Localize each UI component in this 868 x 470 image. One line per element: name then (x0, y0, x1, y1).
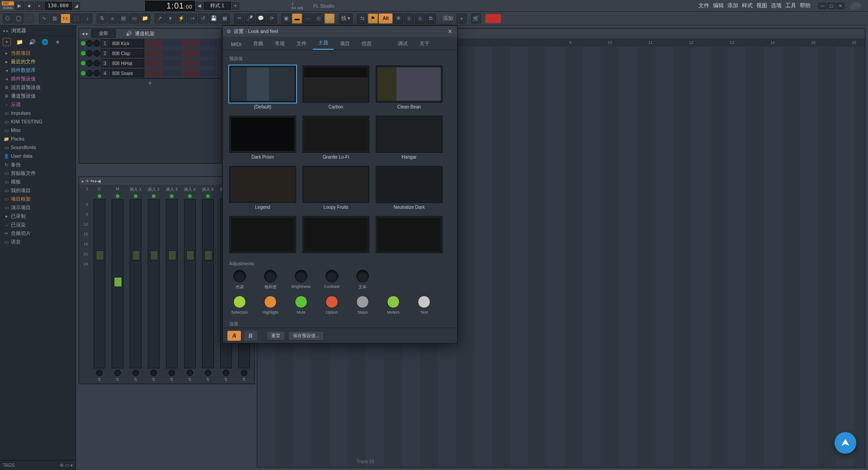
reset-button[interactable]: 重置 (266, 331, 285, 341)
tool-browser-icon[interactable]: 📁 (140, 14, 150, 24)
step-sequencer[interactable] (145, 40, 217, 47)
mixer-led-icon[interactable] (134, 194, 137, 198)
channel-number[interactable]: 1 (101, 39, 109, 47)
color-swatch[interactable]: Text (414, 296, 434, 315)
tool-chan-icon[interactable]: ≡ (108, 14, 118, 24)
channel-led-icon[interactable] (81, 71, 85, 75)
settings-tab[interactable]: 调试 (392, 38, 413, 50)
adjust-knob[interactable]: 文本 (352, 270, 373, 290)
browser-add-button[interactable]: + (3, 38, 11, 46)
alt-button[interactable]: Alt (379, 14, 392, 24)
browser-star-icon[interactable]: ★ (53, 38, 61, 46)
mixer-pan-knob[interactable] (223, 370, 229, 376)
browser-list[interactable]: ▸当前项目▸最近的文件◂插件数据库◂插件预设值⚙混音器预设值⚙通道预设值♪乐谱▭… (0, 48, 75, 460)
record-button[interactable]: ● (35, 2, 44, 10)
browser-item[interactable]: ●已录制 (0, 212, 75, 221)
mixer-led-icon[interactable] (206, 194, 210, 198)
browser-item[interactable]: ♪乐谱 (0, 100, 75, 109)
tool-nudge-icon[interactable]: ⇆ (357, 14, 367, 24)
theme-preset[interactable] (229, 216, 296, 255)
color-swatch[interactable]: Steps (352, 296, 373, 315)
browser-item[interactable]: ✂音频切片 (0, 229, 75, 238)
theme-preset[interactable]: Hangar (376, 116, 443, 160)
tool-window-icon[interactable]: ▣ (281, 14, 291, 24)
mixer-pan-knob[interactable] (151, 370, 157, 376)
settings-tab[interactable]: 项目 (335, 38, 355, 50)
tool-loop-icon[interactable]: ◯ (14, 14, 24, 24)
chanrack-nav-icon[interactable]: ◂ ▸ (82, 31, 89, 37)
step-sequencer[interactable] (145, 60, 217, 66)
step-sequencer[interactable] (145, 50, 217, 56)
channel-number[interactable]: 2 (101, 49, 109, 57)
channel-row[interactable]: 4 808 Snare (79, 68, 221, 78)
tool-bars-icon[interactable]: ▥ (50, 14, 60, 24)
tool-highlight-icon[interactable]: ▬ (292, 14, 302, 24)
browser-item[interactable]: ▭Impulses (0, 109, 75, 118)
stop-button[interactable]: ■ (25, 2, 34, 10)
browser-item[interactable]: ◂插件预设值 (0, 75, 75, 83)
mixer-fader[interactable] (166, 199, 178, 368)
settings-tab[interactable]: 音频 (248, 38, 269, 50)
browser-item[interactable]: 📁Packs (0, 135, 75, 143)
browser-item[interactable]: ▭语音 (0, 238, 75, 246)
browser-item[interactable]: ⚙混音器预设值 (0, 83, 75, 92)
time-prev-icon[interactable]: ◀ (196, 2, 203, 9)
channel-name[interactable]: 808 HiHat (110, 59, 144, 67)
browser-item[interactable]: ▭剪贴板文件 (0, 169, 75, 178)
browser-item[interactable]: ▭模板 (0, 178, 75, 186)
channel-name[interactable]: 808 Clap (110, 49, 144, 57)
settings-tab[interactable]: 常规 (269, 38, 290, 50)
tool-save-icon[interactable]: 💾 (209, 14, 219, 24)
browser-item[interactable]: →已渲染 (0, 221, 75, 229)
tool-step-icon[interactable]: ⬚ (71, 14, 81, 24)
color-swatch[interactable]: Option (321, 296, 342, 315)
mixer-pan-knob[interactable] (187, 370, 193, 376)
browser-collapse-icon[interactable]: ◂ ▸ (3, 28, 9, 33)
browser-item[interactable]: ▭Soundfonts (0, 143, 75, 152)
mixer-led-icon[interactable] (98, 194, 101, 198)
channel-led-icon[interactable] (81, 61, 85, 66)
mixer-fader[interactable] (94, 199, 105, 368)
tool-undo-icon[interactable]: ↺ (198, 14, 208, 24)
browser-item[interactable]: ◂插件数据库 (0, 66, 75, 75)
channel-vol-knob[interactable] (94, 50, 100, 56)
mixer-pan-knob[interactable] (205, 370, 211, 376)
channel-pan-knob[interactable] (86, 40, 93, 47)
channel-pan-knob[interactable] (86, 70, 93, 76)
mixer-menu-icon[interactable]: ▸ ✈ ⇆ ▸◀ (82, 179, 101, 183)
theme-preset[interactable]: Dark Prism (229, 116, 296, 160)
step-sequencer[interactable] (145, 70, 217, 76)
channel-vol-knob[interactable] (94, 70, 100, 76)
theme-preset[interactable] (302, 216, 369, 255)
mixer-led-icon[interactable] (152, 194, 156, 198)
settings-tab[interactable]: 关于 (414, 38, 435, 50)
menu-pattern[interactable]: 样式 (741, 1, 754, 10)
metronome-icon[interactable]: ◢ (73, 2, 80, 9)
channel-led-icon[interactable] (81, 41, 85, 46)
assistant-fab-icon[interactable] (835, 432, 856, 454)
color-swatch[interactable]: Highlight (260, 296, 281, 315)
theme-preset[interactable]: Carbon (302, 66, 369, 109)
color-swatch[interactable]: Meters (383, 296, 404, 315)
tool-link-icon[interactable]: ⇢ (187, 14, 197, 24)
mixer-fader[interactable] (148, 199, 160, 368)
mixer-strip[interactable]: 插入 1 ⇅ (127, 187, 144, 382)
snap-select[interactable]: 线 ▾ (339, 14, 353, 24)
adjust-knob[interactable]: Contrast (321, 270, 342, 290)
menu-add[interactable]: 添加 (726, 1, 740, 10)
menu-options[interactable]: 选项 (769, 1, 783, 10)
tool-magnet-icon[interactable]: ⬡ (3, 14, 13, 24)
mixer-strip[interactable]: 插入 4 ⇅ (181, 187, 198, 382)
channel-number[interactable]: 3 (101, 59, 109, 67)
mixer-strip[interactable]: C ⇅ (91, 187, 108, 382)
channel-pan-knob[interactable] (86, 50, 93, 56)
mixer-led-icon[interactable] (116, 194, 119, 198)
tool-mic-icon[interactable]: 🎤 (245, 14, 255, 24)
settings-tab[interactable]: MIDI (226, 39, 247, 50)
menu-tools[interactable]: 工具 (784, 1, 797, 10)
tool-generic-1[interactable]: ▾ (165, 14, 175, 24)
mixer-fader[interactable] (202, 199, 214, 368)
theme-preset[interactable]: Clean Bean (376, 66, 443, 109)
tool-paste-icon[interactable]: ⎗ (415, 14, 425, 24)
mixer-strip[interactable]: 插入 5 ⇅ (199, 187, 217, 382)
